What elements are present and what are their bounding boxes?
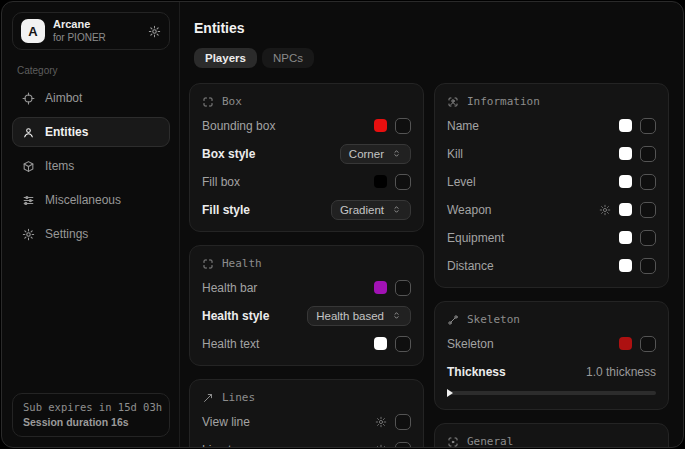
sidebar-item-label: Settings bbox=[45, 227, 88, 241]
sidebar-item-settings[interactable]: Settings bbox=[12, 219, 170, 249]
row-label: Bounding box bbox=[202, 119, 275, 133]
page-title: Entities bbox=[194, 20, 669, 36]
color-swatch[interactable] bbox=[619, 203, 632, 216]
tab-npcs[interactable]: NPCs bbox=[262, 48, 314, 68]
row-label: Health style bbox=[202, 309, 269, 323]
dropdown-value: Gradient bbox=[340, 204, 384, 216]
color-swatch[interactable] bbox=[619, 147, 632, 160]
row-weapon: Weapon bbox=[447, 199, 656, 220]
gear-icon[interactable] bbox=[599, 204, 611, 216]
color-swatch[interactable] bbox=[619, 259, 632, 272]
color-swatch[interactable] bbox=[619, 175, 632, 188]
column-right: InformationNameKillLevelWeaponEquipmentD… bbox=[434, 83, 669, 447]
row-bounding-box: Bounding box bbox=[202, 115, 411, 136]
color-swatch[interactable] bbox=[619, 337, 632, 350]
session-duration-text: Session duration 16s bbox=[23, 416, 159, 428]
checkbox[interactable] bbox=[640, 336, 656, 352]
card-title: Box bbox=[222, 95, 242, 108]
row-kill: Kill bbox=[447, 143, 656, 164]
row-label: Health text bbox=[202, 337, 259, 351]
brand-card: A Arcane for PIONER bbox=[12, 12, 170, 50]
checkbox[interactable] bbox=[395, 336, 411, 352]
app-window: A Arcane for PIONER Category AimbotEntit… bbox=[1, 1, 684, 448]
card-header: Skeleton bbox=[447, 313, 656, 326]
person-scan-icon bbox=[447, 96, 459, 108]
entity-icon bbox=[22, 126, 35, 139]
chevrons-updown-icon bbox=[391, 310, 402, 321]
corner-brackets-icon bbox=[202, 258, 214, 270]
chevrons-updown-icon bbox=[391, 148, 402, 159]
row-label: Fill style bbox=[202, 203, 250, 217]
dropdown-value: Health based bbox=[316, 310, 384, 322]
row-label: Distance bbox=[447, 259, 494, 273]
sidebar-item-miscellaneous[interactable]: Miscellaneous bbox=[12, 185, 170, 215]
color-swatch[interactable] bbox=[619, 231, 632, 244]
row-label: Health bar bbox=[202, 281, 257, 295]
tab-players[interactable]: Players bbox=[194, 48, 257, 68]
color-swatch[interactable] bbox=[374, 337, 387, 350]
card-header: Lines bbox=[202, 391, 411, 404]
color-swatch[interactable] bbox=[374, 175, 387, 188]
sidebar-item-items[interactable]: Items bbox=[12, 151, 170, 181]
row-distance: Distance bbox=[447, 255, 656, 276]
brand-subtitle: for PIONER bbox=[53, 32, 106, 45]
sidebar-item-label: Aimbot bbox=[45, 91, 82, 105]
sidebar-item-label: Miscellaneous bbox=[45, 193, 121, 207]
card-information: InformationNameKillLevelWeaponEquipmentD… bbox=[434, 83, 669, 288]
row-label: View line bbox=[202, 415, 250, 429]
row-fill-style: Fill styleGradient bbox=[202, 199, 411, 220]
checkbox[interactable] bbox=[395, 174, 411, 190]
card-title: General bbox=[467, 435, 513, 448]
brand-name: Arcane bbox=[53, 18, 106, 32]
row-label: Thickness bbox=[447, 365, 506, 379]
row-label: Fill box bbox=[202, 175, 240, 189]
dropdown-value: Corner bbox=[349, 148, 384, 160]
checkbox[interactable] bbox=[640, 258, 656, 274]
checkbox[interactable] bbox=[640, 202, 656, 218]
sub-expiry-text: Sub expires in 15d 03h bbox=[23, 401, 159, 413]
checkbox[interactable] bbox=[395, 414, 411, 430]
tab-bar: PlayersNPCs bbox=[194, 48, 669, 68]
checkbox[interactable] bbox=[395, 442, 411, 449]
crosshair-icon bbox=[22, 92, 35, 105]
column-left: BoxBounding boxBox styleCornerFill boxFi… bbox=[189, 83, 424, 447]
gear-icon[interactable] bbox=[148, 25, 161, 38]
card-title: Health bbox=[222, 257, 262, 270]
bone-icon bbox=[447, 314, 459, 326]
card-header: Health bbox=[202, 257, 411, 270]
color-swatch[interactable] bbox=[619, 119, 632, 132]
card-lines: LinesView lineLine to enemy bbox=[189, 379, 424, 448]
card-title: Lines bbox=[222, 391, 255, 404]
row-label: Skeleton bbox=[447, 337, 494, 351]
slider-handle[interactable] bbox=[447, 389, 453, 397]
sidebar-item-aimbot[interactable]: Aimbot bbox=[12, 83, 170, 113]
card-health: HealthHealth barHealth styleHealth based… bbox=[189, 245, 424, 366]
color-swatch[interactable] bbox=[374, 281, 387, 294]
card-title: Information bbox=[467, 95, 540, 108]
dropdown-box-style[interactable]: Corner bbox=[340, 144, 411, 164]
checkbox[interactable] bbox=[640, 230, 656, 246]
dropdown-health-style[interactable]: Health based bbox=[307, 306, 411, 326]
checkbox[interactable] bbox=[395, 280, 411, 296]
row-view-line: View line bbox=[202, 411, 411, 432]
row-health-style: Health styleHealth based bbox=[202, 305, 411, 326]
focus-icon bbox=[447, 436, 459, 448]
row-level: Level bbox=[447, 171, 656, 192]
sidebar-item-entities[interactable]: Entities bbox=[12, 117, 170, 147]
checkbox[interactable] bbox=[640, 146, 656, 162]
sidebar-nav: AimbotEntitiesItemsMiscellaneousSettings bbox=[12, 83, 170, 249]
subscription-card: Sub expires in 15d 03h Session duration … bbox=[12, 393, 170, 437]
color-swatch[interactable] bbox=[374, 119, 387, 132]
checkbox[interactable] bbox=[640, 174, 656, 190]
checkbox[interactable] bbox=[395, 118, 411, 134]
slider-value: 1.0 thickness bbox=[586, 365, 656, 379]
checkbox[interactable] bbox=[640, 118, 656, 134]
slider-thickness[interactable] bbox=[447, 391, 656, 395]
sidebar: A Arcane for PIONER Category AimbotEntit… bbox=[2, 2, 180, 447]
gear-icon[interactable] bbox=[375, 444, 387, 449]
gear-icon[interactable] bbox=[375, 416, 387, 428]
app-logo: A bbox=[21, 19, 45, 43]
dropdown-fill-style[interactable]: Gradient bbox=[331, 200, 411, 220]
sliders-icon bbox=[22, 194, 35, 207]
main-panel: Entities PlayersNPCs BoxBounding boxBox … bbox=[180, 2, 683, 447]
